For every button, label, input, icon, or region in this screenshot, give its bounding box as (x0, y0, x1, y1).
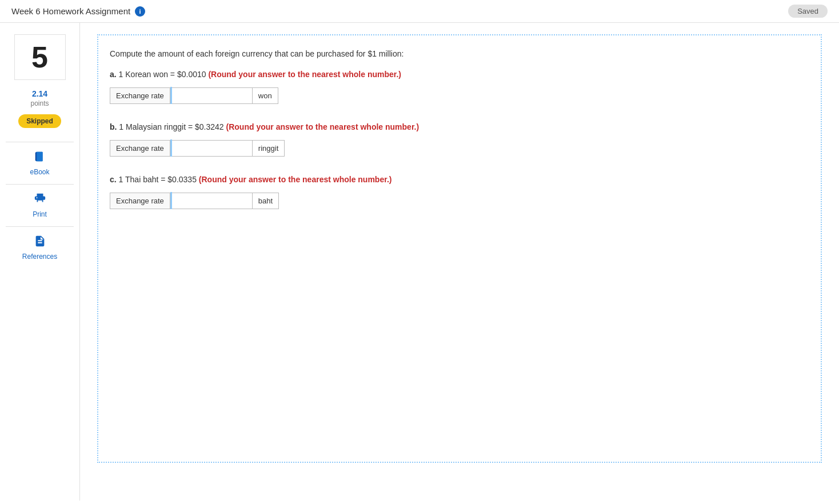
part-c: c. 1 Thai baht = $0.0335 (Round your ans… (110, 175, 809, 209)
question-number-box: 5 (14, 34, 66, 80)
part-b-unit: ringgit (252, 140, 285, 157)
points-value: 2.14 (32, 89, 47, 98)
part-a-unit: won (252, 87, 278, 104)
question-box: Compute the amount of each foreign curre… (97, 34, 822, 463)
saved-badge: Saved (788, 5, 828, 18)
part-c-prefix: c. (110, 175, 117, 184)
info-icon[interactable]: i (135, 6, 145, 17)
print-button[interactable]: Print (6, 187, 74, 224)
part-a-label: a. 1 Korean won = $0.0010 (Round your an… (110, 70, 809, 79)
intro-text: Compute the amount of each foreign curre… (110, 49, 809, 58)
references-button[interactable]: References (6, 229, 74, 266)
part-b-exchange-label: Exchange rate (110, 140, 170, 157)
part-a-description: 1 Korean won = $0.0010 (119, 70, 209, 79)
page-title: Week 6 Homework Assignment (11, 6, 130, 16)
part-a-prefix: a. (110, 70, 117, 79)
part-c-exchange-label: Exchange rate (110, 193, 170, 209)
header: Week 6 Homework Assignment i Saved (0, 0, 839, 23)
references-label: References (22, 253, 57, 261)
content-area: Compute the amount of each foreign curre… (80, 23, 839, 501)
print-icon (34, 193, 46, 208)
part-a-round-note: (Round your answer to the nearest whole … (208, 70, 401, 79)
svg-rect-2 (35, 153, 36, 161)
part-c-unit: baht (252, 193, 279, 209)
part-c-round-note: (Round your answer to the nearest whole … (199, 175, 392, 184)
ebook-icon (34, 150, 46, 166)
skipped-badge: Skipped (18, 114, 61, 128)
question-number: 5 (31, 42, 48, 72)
print-label: Print (33, 210, 47, 218)
svg-rect-3 (38, 237, 41, 238)
divider-2 (6, 184, 74, 185)
part-c-label: c. 1 Thai baht = $0.0335 (Round your ans… (110, 175, 809, 184)
divider-3 (6, 226, 74, 227)
points-label: points (30, 99, 49, 107)
part-b-description: 1 Malaysian ringgit = $0.3242 (119, 122, 226, 131)
part-a-exchange-row: Exchange rate won (110, 87, 809, 104)
part-c-description: 1 Thai baht = $0.0335 (119, 175, 199, 184)
ebook-button[interactable]: eBook (6, 145, 74, 182)
sidebar: 5 2.14 points Skipped eBook Print (0, 23, 80, 501)
part-b: b. 1 Malaysian ringgit = $0.3242 (Round … (110, 122, 809, 157)
header-left: Week 6 Homework Assignment i (11, 6, 145, 17)
main-layout: 5 2.14 points Skipped eBook Print (0, 23, 839, 501)
part-a-exchange-label: Exchange rate (110, 87, 170, 104)
part-a: a. 1 Korean won = $0.0010 (Round your an… (110, 70, 809, 104)
references-icon (34, 235, 46, 250)
part-b-label: b. 1 Malaysian ringgit = $0.3242 (Round … (110, 122, 809, 131)
part-b-round-note: (Round your answer to the nearest whole … (226, 122, 420, 131)
part-b-prefix: b. (110, 122, 117, 131)
part-c-exchange-row: Exchange rate baht (110, 192, 809, 209)
part-b-exchange-row: Exchange rate ringgit (110, 139, 809, 157)
ebook-label: eBook (30, 168, 49, 176)
part-a-input[interactable] (172, 87, 252, 104)
divider-1 (6, 142, 74, 142)
part-c-input[interactable] (172, 193, 252, 209)
part-b-input[interactable] (172, 140, 252, 157)
svg-rect-1 (37, 152, 42, 162)
